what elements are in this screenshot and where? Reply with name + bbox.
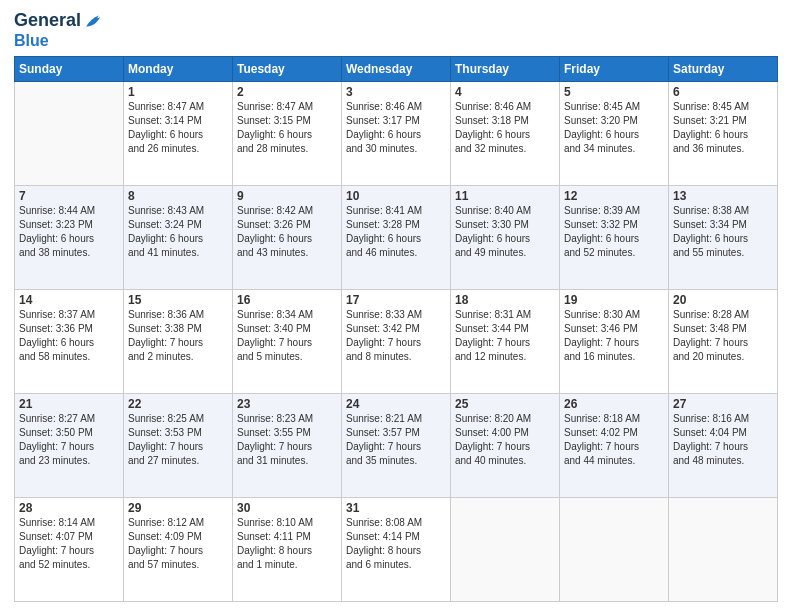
calendar-cell: 3Sunrise: 8:46 AM Sunset: 3:17 PM Daylig… [342, 81, 451, 185]
calendar-cell: 16Sunrise: 8:34 AM Sunset: 3:40 PM Dayli… [233, 289, 342, 393]
calendar-cell: 8Sunrise: 8:43 AM Sunset: 3:24 PM Daylig… [124, 185, 233, 289]
calendar-cell: 27Sunrise: 8:16 AM Sunset: 4:04 PM Dayli… [669, 393, 778, 497]
calendar-cell: 6Sunrise: 8:45 AM Sunset: 3:21 PM Daylig… [669, 81, 778, 185]
calendar-week-row: 21Sunrise: 8:27 AM Sunset: 3:50 PM Dayli… [15, 393, 778, 497]
day-number: 3 [346, 85, 446, 99]
calendar-cell: 30Sunrise: 8:10 AM Sunset: 4:11 PM Dayli… [233, 497, 342, 601]
day-number: 31 [346, 501, 446, 515]
calendar-cell: 26Sunrise: 8:18 AM Sunset: 4:02 PM Dayli… [560, 393, 669, 497]
day-info: Sunrise: 8:45 AM Sunset: 3:20 PM Dayligh… [564, 100, 664, 156]
calendar-cell: 11Sunrise: 8:40 AM Sunset: 3:30 PM Dayli… [451, 185, 560, 289]
day-number: 18 [455, 293, 555, 307]
day-info: Sunrise: 8:25 AM Sunset: 3:53 PM Dayligh… [128, 412, 228, 468]
day-info: Sunrise: 8:23 AM Sunset: 3:55 PM Dayligh… [237, 412, 337, 468]
day-info: Sunrise: 8:08 AM Sunset: 4:14 PM Dayligh… [346, 516, 446, 572]
calendar-cell [451, 497, 560, 601]
calendar-cell: 18Sunrise: 8:31 AM Sunset: 3:44 PM Dayli… [451, 289, 560, 393]
day-info: Sunrise: 8:42 AM Sunset: 3:26 PM Dayligh… [237, 204, 337, 260]
calendar-cell: 22Sunrise: 8:25 AM Sunset: 3:53 PM Dayli… [124, 393, 233, 497]
day-info: Sunrise: 8:45 AM Sunset: 3:21 PM Dayligh… [673, 100, 773, 156]
calendar-body: 1Sunrise: 8:47 AM Sunset: 3:14 PM Daylig… [15, 81, 778, 601]
day-info: Sunrise: 8:36 AM Sunset: 3:38 PM Dayligh… [128, 308, 228, 364]
calendar-week-row: 7Sunrise: 8:44 AM Sunset: 3:23 PM Daylig… [15, 185, 778, 289]
day-number: 13 [673, 189, 773, 203]
day-info: Sunrise: 8:10 AM Sunset: 4:11 PM Dayligh… [237, 516, 337, 572]
calendar-cell: 5Sunrise: 8:45 AM Sunset: 3:20 PM Daylig… [560, 81, 669, 185]
day-info: Sunrise: 8:28 AM Sunset: 3:48 PM Dayligh… [673, 308, 773, 364]
calendar-cell: 1Sunrise: 8:47 AM Sunset: 3:14 PM Daylig… [124, 81, 233, 185]
day-number: 29 [128, 501, 228, 515]
calendar-cell: 12Sunrise: 8:39 AM Sunset: 3:32 PM Dayli… [560, 185, 669, 289]
day-header-tuesday: Tuesday [233, 56, 342, 81]
calendar-cell: 7Sunrise: 8:44 AM Sunset: 3:23 PM Daylig… [15, 185, 124, 289]
day-number: 6 [673, 85, 773, 99]
day-info: Sunrise: 8:37 AM Sunset: 3:36 PM Dayligh… [19, 308, 119, 364]
day-info: Sunrise: 8:27 AM Sunset: 3:50 PM Dayligh… [19, 412, 119, 468]
day-info: Sunrise: 8:47 AM Sunset: 3:15 PM Dayligh… [237, 100, 337, 156]
day-info: Sunrise: 8:20 AM Sunset: 4:00 PM Dayligh… [455, 412, 555, 468]
calendar-cell [669, 497, 778, 601]
day-info: Sunrise: 8:43 AM Sunset: 3:24 PM Dayligh… [128, 204, 228, 260]
logo-text-general: General [14, 11, 81, 31]
day-info: Sunrise: 8:46 AM Sunset: 3:17 PM Dayligh… [346, 100, 446, 156]
calendar-cell: 24Sunrise: 8:21 AM Sunset: 3:57 PM Dayli… [342, 393, 451, 497]
page: General Blue SundayMondayTuesdayWednesda… [0, 0, 792, 612]
calendar-cell: 9Sunrise: 8:42 AM Sunset: 3:26 PM Daylig… [233, 185, 342, 289]
day-number: 19 [564, 293, 664, 307]
day-number: 11 [455, 189, 555, 203]
calendar-cell: 2Sunrise: 8:47 AM Sunset: 3:15 PM Daylig… [233, 81, 342, 185]
day-info: Sunrise: 8:18 AM Sunset: 4:02 PM Dayligh… [564, 412, 664, 468]
day-number: 8 [128, 189, 228, 203]
day-number: 24 [346, 397, 446, 411]
day-number: 25 [455, 397, 555, 411]
day-info: Sunrise: 8:31 AM Sunset: 3:44 PM Dayligh… [455, 308, 555, 364]
day-info: Sunrise: 8:33 AM Sunset: 3:42 PM Dayligh… [346, 308, 446, 364]
calendar-cell [15, 81, 124, 185]
day-number: 16 [237, 293, 337, 307]
calendar-week-row: 28Sunrise: 8:14 AM Sunset: 4:07 PM Dayli… [15, 497, 778, 601]
day-info: Sunrise: 8:14 AM Sunset: 4:07 PM Dayligh… [19, 516, 119, 572]
day-info: Sunrise: 8:41 AM Sunset: 3:28 PM Dayligh… [346, 204, 446, 260]
day-header-monday: Monday [124, 56, 233, 81]
calendar-cell: 31Sunrise: 8:08 AM Sunset: 4:14 PM Dayli… [342, 497, 451, 601]
day-header-wednesday: Wednesday [342, 56, 451, 81]
day-info: Sunrise: 8:34 AM Sunset: 3:40 PM Dayligh… [237, 308, 337, 364]
day-number: 1 [128, 85, 228, 99]
day-header-thursday: Thursday [451, 56, 560, 81]
calendar-cell: 19Sunrise: 8:30 AM Sunset: 3:46 PM Dayli… [560, 289, 669, 393]
day-number: 5 [564, 85, 664, 99]
calendar-week-row: 14Sunrise: 8:37 AM Sunset: 3:36 PM Dayli… [15, 289, 778, 393]
calendar-cell: 20Sunrise: 8:28 AM Sunset: 3:48 PM Dayli… [669, 289, 778, 393]
logo: General Blue [14, 10, 105, 50]
day-number: 7 [19, 189, 119, 203]
day-number: 26 [564, 397, 664, 411]
day-number: 21 [19, 397, 119, 411]
day-number: 28 [19, 501, 119, 515]
calendar-cell: 14Sunrise: 8:37 AM Sunset: 3:36 PM Dayli… [15, 289, 124, 393]
day-number: 9 [237, 189, 337, 203]
header: General Blue [14, 10, 778, 50]
day-number: 20 [673, 293, 773, 307]
logo-bird-icon [83, 10, 105, 32]
calendar-table: SundayMondayTuesdayWednesdayThursdayFrid… [14, 56, 778, 602]
calendar-week-row: 1Sunrise: 8:47 AM Sunset: 3:14 PM Daylig… [15, 81, 778, 185]
day-info: Sunrise: 8:16 AM Sunset: 4:04 PM Dayligh… [673, 412, 773, 468]
day-number: 2 [237, 85, 337, 99]
day-number: 23 [237, 397, 337, 411]
calendar-cell [560, 497, 669, 601]
day-info: Sunrise: 8:21 AM Sunset: 3:57 PM Dayligh… [346, 412, 446, 468]
day-number: 15 [128, 293, 228, 307]
calendar-cell: 10Sunrise: 8:41 AM Sunset: 3:28 PM Dayli… [342, 185, 451, 289]
day-number: 12 [564, 189, 664, 203]
calendar-cell: 4Sunrise: 8:46 AM Sunset: 3:18 PM Daylig… [451, 81, 560, 185]
day-number: 14 [19, 293, 119, 307]
day-number: 27 [673, 397, 773, 411]
day-info: Sunrise: 8:44 AM Sunset: 3:23 PM Dayligh… [19, 204, 119, 260]
calendar-header-row: SundayMondayTuesdayWednesdayThursdayFrid… [15, 56, 778, 81]
day-header-sunday: Sunday [15, 56, 124, 81]
day-number: 30 [237, 501, 337, 515]
day-header-saturday: Saturday [669, 56, 778, 81]
day-number: 22 [128, 397, 228, 411]
day-info: Sunrise: 8:12 AM Sunset: 4:09 PM Dayligh… [128, 516, 228, 572]
calendar-cell: 15Sunrise: 8:36 AM Sunset: 3:38 PM Dayli… [124, 289, 233, 393]
